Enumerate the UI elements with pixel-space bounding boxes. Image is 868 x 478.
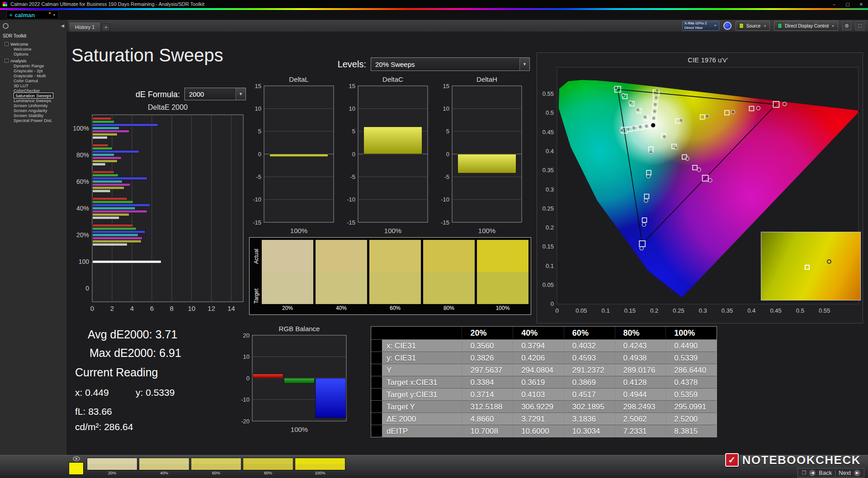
sidebar-item-3d-lut[interactable]: 3D LUT — [0, 83, 67, 88]
page-title: Saturation Sweeps — [71, 45, 223, 66]
de-bar — [93, 177, 147, 180]
calman-logo-icon: ✳ — [9, 13, 13, 18]
patch-label: 100% — [295, 470, 345, 476]
svg-text:0.15: 0.15 — [542, 243, 554, 250]
calman-window: Calman 2022 Calman Ultimate for Business… — [0, 0, 868, 478]
calman-menu-button[interactable]: ✳ calman ▼ — [6, 10, 59, 19]
svg-text:0.5: 0.5 — [546, 109, 554, 116]
display-control-dropdown[interactable]: Direct Display Control ▼ — [774, 21, 838, 31]
sidebar-item-screen-stability[interactable]: Screen Stability — [0, 113, 67, 118]
sidebar-collapse-button[interactable]: ◀ — [61, 23, 64, 28]
expander-icon[interactable]: - — [5, 59, 9, 63]
expander-icon[interactable]: - — [5, 42, 9, 46]
column-header: 80% — [615, 327, 666, 339]
table-value: 0.4128 — [615, 376, 666, 388]
top-controls: X-Rite i1Pro 2Direct View ▼ Source ▼ Dir… — [682, 21, 868, 31]
sidebar-group-welcome[interactable]: -Welcome — [0, 42, 67, 47]
levels-dropdown[interactable]: 20% Sweeps ▼ — [371, 57, 530, 71]
sidebar-item-grayscale-2pt[interactable]: Grayscale - 2pt — [0, 68, 67, 73]
current-test-patch[interactable] — [69, 462, 84, 475]
meter-dropdown[interactable]: X-Rite i1Pro 2Direct View ▼ — [682, 21, 719, 31]
patch-60%[interactable]: 60% — [191, 458, 241, 476]
green-measured-marker — [628, 101, 632, 104]
sidebar-item-screen-uniformity[interactable]: Screen Uniformity — [0, 103, 67, 108]
add-tab-button[interactable]: + — [102, 23, 110, 31]
minimize-button[interactable]: – — [827, 0, 841, 8]
back-button[interactable]: Back — [819, 469, 832, 476]
svg-text:8: 8 — [170, 305, 174, 312]
sidebar-item-dynamic-range[interactable]: Dynamic Range — [0, 63, 67, 68]
sidebar-item-spectral-power-dist-[interactable]: Spectral Power Dist. — [0, 118, 67, 123]
meter-status-badge[interactable] — [723, 22, 731, 30]
swatch-column-20%: 20% — [262, 240, 313, 312]
swatch-level-label: 80% — [423, 304, 475, 312]
patch-40%[interactable]: 40% — [139, 458, 189, 476]
display-control-label: Direct Display Control — [785, 23, 829, 28]
sidebar-item-luminance-sweeps[interactable]: Luminance Sweeps — [0, 98, 67, 103]
svg-text:-10: -10 — [253, 196, 261, 203]
de-formula-dropdown[interactable]: 2000 ▼ — [184, 88, 246, 100]
workflow-menu-icon[interactable] — [3, 23, 9, 29]
cie-chart-title: CIE 1976 u'v' — [557, 56, 859, 64]
de-bar — [93, 136, 108, 139]
table-value: 306.9229 — [513, 401, 564, 412]
swatch-column-100%: 100% — [477, 240, 528, 312]
yellow-measured-marker — [656, 89, 659, 92]
svg-text:0.2: 0.2 — [546, 224, 554, 231]
svg-text:0.5: 0.5 — [796, 307, 804, 314]
sidebar-item-welcome[interactable]: Welcome — [0, 47, 67, 52]
back-arrow-icon[interactable]: ◀ — [809, 470, 816, 476]
maximize-button[interactable]: ▢ — [841, 0, 854, 8]
tab-history-1[interactable]: History 1 — [69, 22, 101, 32]
source-dropdown[interactable]: Source ▼ — [736, 21, 770, 31]
sidebar-item-saturation-sweeps[interactable]: Saturation Sweeps — [0, 93, 67, 98]
blue-bar — [316, 378, 346, 418]
sidebar-item-grayscale-multi[interactable]: Grayscale - Multi — [0, 73, 67, 78]
svg-text:10: 10 — [443, 105, 449, 112]
settings-gear-icon[interactable]: ⚙ — [842, 21, 851, 30]
tab-bar: ◀ History 1 + X-Rite i1Pro 2Direct View … — [0, 20, 868, 32]
svg-text:-10: -10 — [441, 196, 449, 203]
chart-title: DeltaL — [289, 75, 308, 83]
row-label: dEITP — [382, 425, 462, 437]
sidebar-item-options[interactable]: Options — [0, 52, 67, 56]
avg-de2000: Avg dE2000: 3.71 — [88, 325, 181, 344]
svg-text:-10: -10 — [241, 396, 250, 403]
svg-text:0.15: 0.15 — [624, 307, 636, 314]
sidebar-group-analysis[interactable]: -Analysis — [0, 58, 67, 63]
table-value: 10.7008 — [462, 425, 513, 437]
meter-line2: Direct View — [684, 26, 703, 30]
app-icon — [3, 2, 7, 6]
de-bar — [93, 121, 114, 123]
rgb-balance-chart: RGB Balance20100-10-20100% — [234, 324, 350, 437]
sidebar-item-screen-angularity[interactable]: Screen Angularity — [0, 108, 67, 113]
de-bar — [93, 117, 112, 120]
svg-text:0: 0 — [246, 375, 250, 382]
green-measured-marker — [614, 86, 618, 90]
magenta-measured-marker — [708, 178, 712, 182]
blue-measured-marker — [640, 247, 643, 250]
deltaC-chart: DeltaC151050-5-10-15100% — [343, 75, 431, 239]
svg-text:0.35: 0.35 — [722, 307, 733, 314]
de-bar — [93, 160, 118, 163]
de-bar — [93, 133, 118, 136]
patch-label: 40% — [139, 470, 189, 476]
swatch-level-label: 60% — [369, 304, 421, 312]
patch-20%[interactable]: 20% — [87, 458, 137, 476]
chevron-down-icon: ▼ — [519, 58, 529, 70]
patch-100%[interactable]: 100% — [295, 458, 345, 476]
display-window-icon[interactable]: ⛶ — [855, 21, 864, 30]
next-button[interactable]: Next — [839, 469, 851, 476]
title-bar: Calman 2022 Calman Ultimate for Business… — [0, 0, 868, 8]
window-icon[interactable]: ❐ — [802, 470, 806, 476]
yellow-measured-marker — [653, 109, 656, 113]
target-marker-icon — [805, 265, 810, 270]
red-measured-marker — [731, 110, 735, 114]
svg-text:0.2: 0.2 — [650, 307, 658, 314]
patch-80%[interactable]: 80% — [243, 458, 293, 476]
measurement-table: 20%40%60%80%100%x: CIE310.35600.37940.40… — [371, 326, 717, 437]
next-arrow-icon[interactable]: ▶ — [854, 470, 860, 476]
sidebar-item-color-gamut[interactable]: Color Gamut — [0, 78, 67, 83]
divider — [835, 470, 835, 476]
close-button[interactable]: ✕ — [854, 0, 868, 8]
